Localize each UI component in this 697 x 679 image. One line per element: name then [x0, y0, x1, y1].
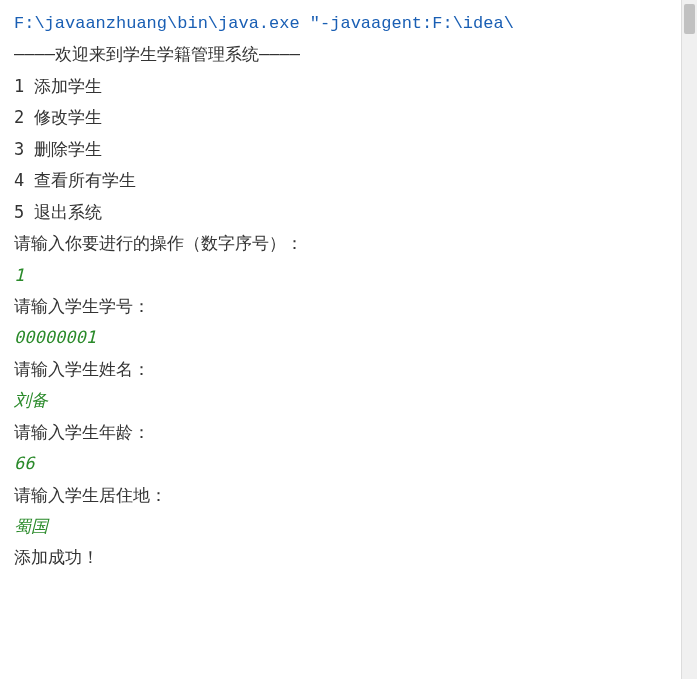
- input-student-id: 00000001: [14, 322, 663, 353]
- menu-item-delete: 3 删除学生: [14, 134, 663, 165]
- prompt-student-name: 请输入学生姓名：: [14, 354, 663, 385]
- scrollbar-thumb[interactable]: [684, 4, 695, 34]
- prompt-student-age: 请输入学生年龄：: [14, 417, 663, 448]
- prompt-student-address: 请输入学生居住地：: [14, 480, 663, 511]
- menu-item-exit: 5 退出系统: [14, 197, 663, 228]
- prompt-student-id: 请输入学生学号：: [14, 291, 663, 322]
- input-student-age: 66: [14, 448, 663, 479]
- welcome-banner: ————欢迎来到学生学籍管理系统————: [14, 39, 663, 70]
- result-message: 添加成功！: [14, 542, 663, 573]
- prompt-operation: 请输入你要进行的操作（数字序号）：: [14, 228, 663, 259]
- vertical-scrollbar[interactable]: [681, 0, 697, 679]
- input-student-address: 蜀国: [14, 511, 663, 542]
- java-command-line: F:\javaanzhuang\bin\java.exe "-javaagent…: [14, 8, 663, 39]
- console-output: F:\javaanzhuang\bin\java.exe "-javaagent…: [14, 8, 683, 574]
- menu-item-modify: 2 修改学生: [14, 102, 663, 133]
- input-operation: 1: [14, 260, 663, 291]
- input-student-name: 刘备: [14, 385, 663, 416]
- menu-item-view: 4 查看所有学生: [14, 165, 663, 196]
- menu-item-add: 1 添加学生: [14, 71, 663, 102]
